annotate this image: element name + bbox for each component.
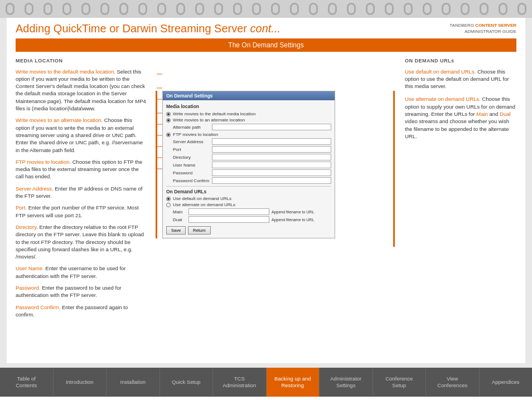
radio-alternate-location[interactable] bbox=[166, 118, 171, 123]
dialog-title-text: On Demand Settings bbox=[166, 93, 213, 99]
port-input[interactable] bbox=[212, 146, 331, 153]
doc-header: Adding QuickTime or Darwin Streaming Ser… bbox=[7, 18, 525, 38]
ring bbox=[423, 3, 432, 15]
ring bbox=[119, 3, 128, 15]
nav-item-tcs[interactable]: TCSAdministration bbox=[213, 368, 267, 397]
url-radio-label-2: Use alternate on demand URLs bbox=[173, 202, 235, 207]
append-main-label: Append filename to URL bbox=[272, 210, 314, 214]
radio-ftp[interactable] bbox=[166, 133, 171, 137]
directory-row: Directory bbox=[173, 154, 331, 160]
on-demand-title: On Demand URLs bbox=[166, 189, 331, 194]
brand-subtitle: ADMINISTRATOR GUIDE bbox=[465, 29, 516, 34]
main-url-input[interactable] bbox=[188, 208, 269, 215]
left-link-6: Directory. bbox=[16, 224, 38, 230]
ring bbox=[62, 3, 71, 15]
nav-item-view[interactable]: ViewConferences bbox=[426, 368, 480, 397]
ring bbox=[6, 3, 14, 15]
ring bbox=[43, 3, 52, 15]
ring bbox=[271, 3, 280, 15]
directory-input[interactable] bbox=[212, 154, 331, 160]
brand-name: TANDBERG bbox=[449, 23, 474, 28]
nav-item-quicksetup[interactable]: Quick Setup bbox=[160, 368, 214, 397]
right-link-1: Use default on demand URLs. bbox=[405, 69, 476, 75]
password-confirm-row: Password Confirm bbox=[173, 177, 331, 184]
password-input[interactable] bbox=[212, 169, 331, 176]
radio-default-url[interactable] bbox=[166, 197, 171, 201]
ring bbox=[138, 3, 147, 15]
radio-row-2: Write movies to an alternate location bbox=[166, 118, 331, 123]
url-radio-row-1: Use default on demand URLs bbox=[166, 196, 331, 201]
ring bbox=[366, 3, 375, 15]
left-col-title: MEDIA LOCATION bbox=[16, 57, 147, 65]
nav-item-backing[interactable]: Backing up andRestoring bbox=[267, 368, 320, 397]
ring bbox=[461, 3, 470, 15]
save-button[interactable]: Save bbox=[166, 226, 186, 235]
dual-url-label: Dual bbox=[173, 217, 188, 222]
left-item-6: Directory. Enter the directory relative … bbox=[16, 223, 147, 260]
ring bbox=[499, 3, 507, 15]
content-area: MEDIA LOCATION Write movies to the defau… bbox=[7, 57, 525, 325]
nav-item-intro[interactable]: Introduction bbox=[54, 368, 107, 397]
ring bbox=[328, 3, 337, 15]
dialog-box: On Demand Settings Media location Write … bbox=[162, 91, 335, 238]
media-location-title: Media location bbox=[166, 104, 331, 109]
nav-item-conference[interactable]: ConferenceSetup bbox=[373, 368, 427, 397]
return-button[interactable]: Return bbox=[188, 226, 211, 235]
dialog-title-bar: On Demand Settings bbox=[163, 91, 335, 100]
left-item-7: User Name. Enter the username to be used… bbox=[16, 265, 147, 280]
password-label: Password bbox=[173, 170, 212, 175]
radio-row-3: FTP movies to location bbox=[166, 132, 331, 137]
url-radio-label-1: Use default on demand URLs bbox=[173, 196, 231, 201]
left-link-7: User Name. bbox=[16, 265, 44, 271]
left-item-8: Password. Enter the password to be used … bbox=[16, 284, 147, 299]
password-confirm-label: Password Confirm bbox=[173, 178, 212, 183]
radio-label-1: Write movies to the default media locati… bbox=[173, 111, 255, 116]
left-link-8: Password. bbox=[16, 285, 40, 291]
ring bbox=[518, 3, 526, 15]
right-col-title: ON DEMAND URLs bbox=[405, 57, 516, 65]
server-address-label: Server Address bbox=[173, 139, 212, 144]
nav-item-appendices[interactable]: Appendices bbox=[480, 368, 533, 397]
server-address-input[interactable] bbox=[212, 138, 331, 145]
port-row: Port bbox=[173, 146, 331, 153]
right-column: ON DEMAND URLs Use default on demand URL… bbox=[405, 57, 516, 325]
ring bbox=[100, 3, 109, 15]
nav-item-admin[interactable]: AdministratorSettings bbox=[320, 368, 373, 397]
main-url-label: Main bbox=[173, 209, 188, 214]
right-link-2: Use alternate on demand URLs. bbox=[405, 96, 481, 102]
username-row: User Name bbox=[173, 162, 331, 168]
right-item-2: Use alternate on demand URLs. Choose thi… bbox=[405, 95, 516, 140]
left-column: MEDIA LOCATION Write movies to the defau… bbox=[16, 57, 147, 325]
document: Adding QuickTime or Darwin Streaming Ser… bbox=[7, 18, 525, 363]
ring bbox=[195, 3, 204, 15]
nav-item-toc[interactable]: Table ofContents bbox=[0, 368, 54, 397]
dual-url-input[interactable] bbox=[188, 216, 269, 223]
binding bbox=[0, 0, 532, 18]
alternate-path-input[interactable] bbox=[212, 124, 331, 130]
ring bbox=[233, 3, 242, 15]
alternate-path-label: Alternate path bbox=[173, 125, 212, 130]
password-confirm-input[interactable] bbox=[212, 177, 331, 184]
nav-item-install[interactable]: Installation bbox=[107, 368, 160, 397]
left-link-1: Write movies to the default media locati… bbox=[16, 69, 115, 75]
left-link-3: FTP movies to location. bbox=[16, 159, 71, 165]
ring bbox=[442, 3, 451, 15]
ring bbox=[157, 3, 166, 15]
ring bbox=[385, 3, 394, 15]
ring bbox=[309, 3, 318, 15]
ring bbox=[347, 3, 356, 15]
radio-alternate-url[interactable] bbox=[166, 203, 171, 207]
left-link-2: Write movies to an alternate location. bbox=[16, 117, 103, 123]
dual-url-row: Dual Append filename to URL bbox=[173, 216, 331, 223]
ring bbox=[252, 3, 261, 15]
radio-row-1: Write movies to the default media locati… bbox=[166, 111, 331, 116]
ring bbox=[404, 3, 413, 15]
ring bbox=[25, 3, 33, 15]
radio-default-media[interactable] bbox=[166, 112, 171, 116]
center-column: On Demand Settings Media location Write … bbox=[152, 57, 399, 325]
username-input[interactable] bbox=[212, 162, 331, 168]
brand: TANDBERG CONTENT SERVER ADMINISTRATOR GU… bbox=[449, 22, 516, 35]
dialog-body: Media location Write movies to the defau… bbox=[163, 100, 335, 238]
left-item-1: Write movies to the default media locati… bbox=[16, 68, 147, 113]
append-dual-label: Append filename to URL bbox=[272, 218, 314, 222]
